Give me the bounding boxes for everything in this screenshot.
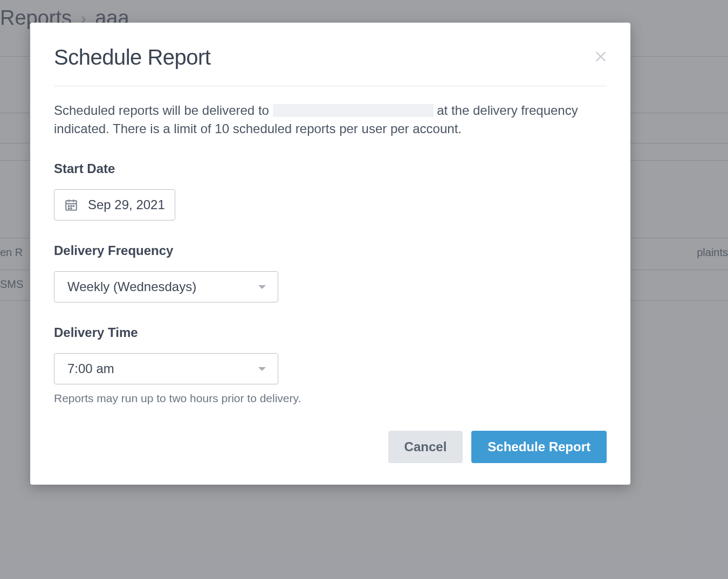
delivery-time-help: Reports may run up to two hours prior to…	[54, 392, 607, 405]
close-button[interactable]	[592, 47, 610, 67]
svg-point-8	[73, 205, 74, 206]
modal-title: Schedule Report	[54, 45, 210, 70]
cancel-button[interactable]: Cancel	[388, 431, 463, 463]
schedule-report-button[interactable]: Schedule Report	[471, 431, 607, 463]
start-date-group: Start Date Sep 29, 2021	[54, 161, 607, 220]
svg-point-6	[68, 205, 70, 206]
delivery-time-group: Delivery Time 7:00 am	[54, 325, 607, 384]
start-date-label: Start Date	[54, 161, 607, 176]
delivery-time-value: 7:00 am	[67, 361, 114, 376]
modal-footer: Cancel Schedule Report	[54, 431, 607, 463]
delivery-frequency-group: Delivery Frequency Weekly (Wednesdays)	[54, 243, 607, 302]
calendar-icon	[64, 198, 78, 212]
svg-point-7	[71, 205, 72, 206]
schedule-report-modal: Schedule Report Scheduled reports will b…	[30, 23, 630, 485]
delivery-time-select[interactable]: 7:00 am	[54, 353, 278, 384]
delivery-frequency-select[interactable]: Weekly (Wednesdays)	[54, 271, 278, 302]
start-date-value: Sep 29, 2021	[88, 197, 165, 212]
chevron-down-icon	[258, 285, 266, 289]
svg-point-10	[71, 208, 72, 209]
chevron-down-icon	[258, 367, 266, 371]
delivery-frequency-value: Weekly (Wednesdays)	[67, 279, 196, 294]
close-icon	[594, 50, 608, 64]
start-date-picker[interactable]: Sep 29, 2021	[54, 189, 175, 220]
modal-description: Scheduled reports will be delivered to a…	[54, 101, 607, 137]
delivery-time-label: Delivery Time	[54, 325, 607, 340]
delivery-frequency-label: Delivery Frequency	[54, 243, 607, 258]
svg-point-9	[68, 208, 70, 209]
redacted-email	[273, 104, 434, 117]
